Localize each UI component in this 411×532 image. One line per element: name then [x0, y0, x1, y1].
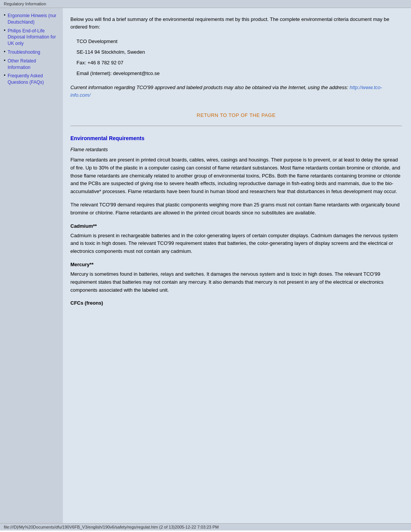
italic-note-text: Current information regarding TCO'99 app…: [70, 85, 350, 90]
sidebar-item-faq: Frequently Asked Questions (FAQs): [4, 73, 59, 86]
status-bar-text: file:///D|/My%20Documents/dfu/190V6FB_V3…: [4, 525, 219, 529]
return-to-top-link[interactable]: RETURN TO TOP OF THE PAGE: [197, 112, 276, 118]
sidebar-link-ergonomie[interactable]: Ergonomie Hinweis (nur Deutschland): [8, 13, 56, 25]
sidebar-item-other: Other Related Information: [4, 58, 59, 71]
sidebar-link-faq[interactable]: Frequently Asked Questions (FAQs): [8, 73, 44, 85]
flame-para1: Flame retardants are present in printed …: [70, 156, 402, 196]
address-line3: Fax: +46 8 782 92 07: [76, 58, 402, 68]
main-content: Below you will find a brief summary of t…: [63, 8, 411, 523]
mercury-para: Mercury is sometimes found in batteries,…: [70, 270, 402, 294]
sidebar-nav-list: Ergonomie Hinweis (nur Deutschland) Phil…: [4, 13, 59, 86]
sidebar-link-other[interactable]: Other Related Information: [8, 58, 36, 70]
sidebar-item-philips: Philips End-of-Life Disposal Information…: [4, 28, 59, 47]
sidebar-item-ergonomie: Ergonomie Hinweis (nur Deutschland): [4, 13, 59, 26]
intro-paragraph: Below you will find a brief summary of t…: [70, 16, 402, 30]
page-layout: Ergonomie Hinweis (nur Deutschland) Phil…: [0, 8, 411, 523]
sidebar-link-troubleshooting[interactable]: Troubleshooting: [8, 50, 40, 55]
flame-retardants-subheading: Flame retardants: [70, 147, 402, 152]
address-line4: Email (Internet): development@tco.se: [76, 69, 402, 78]
sidebar-link-philips[interactable]: Philips End-of-Life Disposal Information…: [8, 28, 56, 46]
env-requirements-heading: Environmental Requirements: [70, 135, 402, 141]
sidebar: Ergonomie Hinweis (nur Deutschland) Phil…: [0, 8, 63, 523]
address-line2: SE-114 94 Stockholm, Sweden: [76, 47, 402, 57]
status-bar: file:///D|/My%20Documents/dfu/190V6FB_V3…: [0, 523, 411, 530]
mercury-heading: Mercury**: [70, 262, 402, 267]
top-bar: Regulatory Information: [0, 0, 411, 8]
cfcs-heading: CFCs (freons): [70, 300, 402, 306]
section-divider: [70, 126, 402, 126]
cadmium-para: Cadmium is present in rechargeable batte…: [70, 232, 402, 256]
sidebar-item-troubleshooting: Troubleshooting: [4, 49, 59, 56]
flame-para2: The relevant TCO'99 demand requires that…: [70, 201, 402, 217]
cadmium-heading: Cadmium**: [70, 223, 402, 229]
top-bar-title: Regulatory Information: [4, 2, 46, 6]
italic-note: Current information regarding TCO'99 app…: [70, 84, 402, 99]
address-line1: TCO Development: [76, 37, 402, 46]
address-block: TCO Development SE-114 94 Stockholm, Swe…: [76, 37, 402, 78]
return-link-container: RETURN TO TOP OF THE PAGE: [70, 112, 402, 118]
